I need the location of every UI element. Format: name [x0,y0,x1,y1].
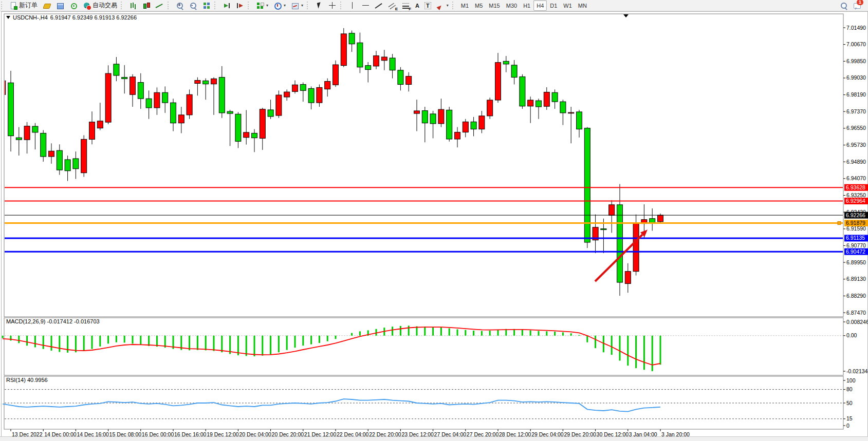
new-order-icon [9,2,17,10]
timeframe-button-m1[interactable]: M1 [458,0,472,11]
price-tick-label: 6.89950 [846,259,866,265]
data-window-button[interactable] [53,0,67,11]
toolbar-drag-handle[interactable] [1,2,5,9]
signal-icon [69,2,78,10]
channel-icon: E [389,2,397,10]
price-tick-label: 6.88290 [846,293,866,299]
text-a-icon: A [415,3,419,9]
mt4-terminal: 新订单 自动交易 + - ▾ ▾ ▾ [0,0,868,441]
chart-ohlc-values: 6.91947 6.92349 6.91913 6.92266 [50,14,137,21]
price-axis [843,28,845,313]
signals-button[interactable] [67,0,80,11]
line-chart-icon [156,2,164,10]
timeframe-button-h4[interactable]: H4 [533,0,547,11]
vertical-line-button[interactable] [346,0,359,11]
toolbar-drag-handle[interactable] [168,2,171,9]
bar-chart-icon [129,2,137,10]
chat-icon: 1 [853,2,861,10]
timeframe-button-mn[interactable]: MN [575,0,590,11]
main-toolbar: 新订单 自动交易 + - ▾ ▾ ▾ [0,0,868,11]
timeframe-button-d1[interactable]: D1 [547,0,560,11]
dropdown-arrow-icon: ▾ [301,3,303,8]
timeframe-button-h1[interactable]: H1 [520,0,533,11]
finance-button[interactable] [40,0,53,11]
line-chart-button[interactable] [153,0,167,11]
toolbar-drag-handle[interactable] [214,2,218,9]
price-tick-label: 6.89130 [846,276,866,282]
rsi-axis-label: 80 [846,386,853,392]
cursor-button[interactable] [312,0,326,11]
time-tick-label: 13 Dec 2022 [12,431,43,436]
templates-button[interactable]: ▾ [288,0,306,11]
main-panel[interactable] [4,14,843,317]
price-tick-label: 6.99850 [846,58,866,64]
chart-menu-triangle-icon[interactable] [6,16,10,19]
notifications-button[interactable]: 1 [851,0,864,11]
macd-axis-label: -0.021344 [846,368,868,374]
time-tick-label: 29 Dec 04:00 [531,431,564,436]
zoom-in-icon: + [176,2,184,10]
price-tick-label: 6.94890 [846,159,866,165]
fibonacci-button[interactable]: F [399,0,413,11]
zoom-in-button[interactable]: + [173,0,187,11]
price-tick-label: 6.96550 [846,125,866,131]
tile-windows-button[interactable] [200,0,213,11]
notification-badge: 1 [857,0,863,5]
text-label-button[interactable]: T [422,0,434,11]
clock-icon [273,2,282,10]
timeframe-button-w1[interactable]: W1 [560,0,575,11]
fibonacci-icon: F [402,2,410,10]
chart-canvas[interactable]: 7.014907.006706.998506.990306.981906.973… [0,11,868,436]
price-line-handle[interactable] [838,221,841,224]
timeframe-group: M1M5M15M30H1H4D1W1MN [458,0,590,11]
trendline-button[interactable] [373,0,386,11]
indicators-button[interactable]: ▾ [253,0,271,11]
arrows-icon [436,2,445,10]
timeframe-button-m5[interactable]: M5 [472,0,486,11]
channel-button[interactable]: E [386,0,399,11]
chart-symbol-title: USDCNH-,H4 [13,14,48,21]
text-label-icon: T [424,2,431,9]
price-badge-text: 6.92266 [846,212,865,218]
time-tick-label: 22 Dec 20:00 [369,431,401,436]
toolbar-drag-handle[interactable] [340,2,344,9]
time-tick-label: 3 Jan 04:00 [629,431,657,436]
candle-chart-button[interactable] [140,0,153,11]
macd-axis-label: 0.00 [846,332,857,338]
price-tick-label: 6.94070 [846,175,866,181]
horizontal-line-button[interactable] [359,0,373,11]
panel-separator[interactable] [4,375,843,376]
chart-window[interactable]: USDCNH-,H4 6.91947 6.92349 6.91913 6.922… [0,11,868,436]
periods-button[interactable]: ▾ [271,0,288,11]
autotrade-icon [83,2,91,10]
toolbar-drag-handle[interactable] [452,2,456,9]
search-button[interactable] [837,0,851,11]
toolbar-drag-handle[interactable] [248,2,251,9]
timeframe-button-m15[interactable]: M15 [486,0,503,11]
text-button[interactable]: A [413,0,422,11]
rsi-axis-label: 50 [846,400,853,406]
macd-label: MACD(12,26,9) -0.017412 -0.016703 [6,318,100,324]
time-tick-label: 3 Jan 20:00 [661,431,690,436]
toolbar-drag-handle[interactable] [121,2,124,9]
autotrade-button[interactable]: 自动交易 [80,0,120,11]
macd-panel[interactable] [4,318,843,375]
crosshair-button[interactable] [326,0,339,11]
chart-shift-button[interactable] [233,0,247,11]
timeframe-button-m30[interactable]: M30 [503,0,520,11]
toolbar-drag-handle[interactable] [307,2,310,9]
time-tick-label: 28 Dec 12:00 [499,431,531,436]
arrows-button[interactable]: ▾ [434,0,451,11]
price-badge-text: 6.91135 [846,235,865,241]
cursor-icon [315,2,323,10]
indicators-icon [256,2,264,10]
time-tick-label: 14 Dec 16:00 [77,431,109,436]
zoom-out-button[interactable]: - [187,0,200,11]
new-order-button[interactable]: 新订单 [7,0,40,11]
time-tick-label: 19 Dec 12:00 [207,431,239,436]
panel-separator[interactable] [4,316,843,318]
bar-chart-button[interactable] [126,0,140,11]
price-badge-text: 6.91879 [846,220,865,226]
auto-scroll-button[interactable] [220,0,233,11]
chart-shift-icon [236,2,244,10]
